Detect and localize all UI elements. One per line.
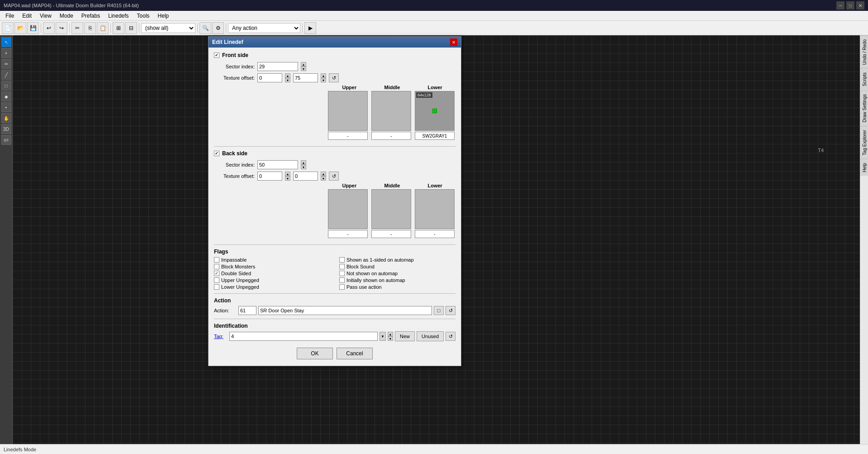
flag-lower-unpegged[interactable]: Lower Unpegged xyxy=(214,284,330,290)
action-dropdown[interactable]: Any action xyxy=(228,23,300,33)
back-offset-y-input[interactable] xyxy=(293,172,318,181)
save-button[interactable]: 💾 xyxy=(27,22,39,34)
tag-dropdown-button[interactable]: ▼ xyxy=(379,332,386,341)
front-sector-down[interactable]: ▼ xyxy=(301,67,306,71)
back-upper-texture-name[interactable] xyxy=(328,230,368,238)
front-middle-texture-name[interactable] xyxy=(371,132,411,140)
menu-tools[interactable]: Tools xyxy=(133,12,153,20)
flag-shown-1sided-checkbox[interactable] xyxy=(339,257,345,263)
tool-line[interactable]: ╱ xyxy=(1,70,11,80)
tag-spin-up[interactable]: ▲ xyxy=(388,332,393,336)
unused-tag-button[interactable]: Unused xyxy=(417,331,444,341)
view-btn[interactable]: 🔍 xyxy=(199,22,211,34)
paste-button[interactable]: 📋 xyxy=(97,22,109,34)
new-button[interactable]: 📄 xyxy=(2,22,14,34)
tool-zoom[interactable]: + xyxy=(1,48,11,58)
undo-button[interactable]: ↩ xyxy=(43,22,55,34)
front-lower-texture-box[interactable]: 64x128 xyxy=(415,91,455,131)
front-offset-reset-button[interactable]: ↺ xyxy=(329,73,339,82)
front-upper-texture-box[interactable] xyxy=(328,91,368,131)
back-lower-texture-name[interactable] xyxy=(415,230,455,238)
flag-block-sound[interactable]: Block Sound xyxy=(339,264,455,269)
grid-button[interactable]: ⊟ xyxy=(125,22,137,34)
front-lower-texture-name[interactable] xyxy=(415,132,455,140)
open-button[interactable]: 📂 xyxy=(14,22,26,34)
flag-not-shown-automap-checkbox[interactable] xyxy=(339,271,345,276)
help-tab[interactable]: Help xyxy=(860,159,868,176)
flag-pass-use[interactable]: Pass use action xyxy=(339,284,455,290)
back-lower-texture-box[interactable] xyxy=(415,189,455,229)
flag-impassable[interactable]: Impassable xyxy=(214,257,330,263)
back-offset-x-up[interactable]: ▲ xyxy=(285,172,290,176)
menu-prefabs[interactable]: Prefabs xyxy=(78,12,104,20)
play-button[interactable]: ▶ xyxy=(304,22,316,34)
front-offset-y-down[interactable]: ▼ xyxy=(321,78,326,82)
filter-dropdown[interactable]: (show all) xyxy=(141,23,195,33)
menu-view[interactable]: View xyxy=(36,12,55,20)
back-sector-down[interactable]: ▼ xyxy=(301,165,306,169)
menu-file[interactable]: File xyxy=(2,12,18,20)
tool-draw[interactable]: ✏ xyxy=(1,59,11,69)
back-offset-y-down[interactable]: ▼ xyxy=(321,176,326,181)
flag-upper-unpegged[interactable]: Upper Unpegged xyxy=(214,277,330,283)
tool-thing[interactable]: ◆ xyxy=(1,91,11,101)
front-offset-x-up[interactable]: ▲ xyxy=(285,73,290,78)
front-upper-texture-name[interactable] xyxy=(328,132,368,140)
back-middle-texture-name[interactable] xyxy=(371,230,411,238)
back-offset-x-down[interactable]: ▼ xyxy=(285,176,290,181)
tool-3d[interactable]: 3D xyxy=(1,124,11,134)
menu-help[interactable]: Help xyxy=(154,12,173,20)
tag-reset-button[interactable]: ↺ xyxy=(446,332,455,341)
front-sector-input[interactable] xyxy=(257,62,298,71)
tag-spin-down[interactable]: ▼ xyxy=(388,336,393,341)
flag-double-sided[interactable]: Double Sided xyxy=(214,271,330,276)
back-upper-texture-box[interactable] xyxy=(328,189,368,229)
tag-input[interactable] xyxy=(229,332,378,341)
undo-redo-tab[interactable]: Undo / Redo xyxy=(860,35,868,68)
close-button[interactable]: ✕ xyxy=(856,1,864,10)
action-browse-button[interactable]: □ xyxy=(434,306,444,315)
menu-edit[interactable]: Edit xyxy=(19,12,35,20)
action-reset-button[interactable]: ↺ xyxy=(446,306,455,315)
flag-lower-unpegged-checkbox[interactable] xyxy=(214,284,219,290)
ok-button[interactable]: OK xyxy=(297,348,333,359)
maximize-button[interactable]: □ xyxy=(846,1,854,10)
flag-block-monsters-checkbox[interactable] xyxy=(214,264,219,269)
back-side-checkbox[interactable] xyxy=(214,151,219,156)
cancel-button[interactable]: Cancel xyxy=(337,348,373,359)
scripts-tab[interactable]: Scripts xyxy=(860,68,868,90)
back-middle-texture-box[interactable] xyxy=(371,189,411,229)
flag-pass-use-checkbox[interactable] xyxy=(339,284,345,290)
tag-explorer-tab[interactable]: Tag Explorer xyxy=(860,126,868,159)
tool-tag[interactable]: 🏷 xyxy=(1,135,11,145)
back-offset-x-input[interactable] xyxy=(257,172,282,181)
redo-button[interactable]: ↪ xyxy=(56,22,67,34)
tag-label[interactable]: Tag: xyxy=(214,334,228,339)
front-offset-x-input[interactable] xyxy=(257,73,282,82)
back-offset-y-up[interactable]: ▲ xyxy=(321,172,326,176)
cut-button[interactable]: ✂ xyxy=(71,22,83,34)
copy-button[interactable]: ⎘ xyxy=(84,22,96,34)
tool-sector[interactable]: □ xyxy=(1,81,11,91)
back-offset-reset-button[interactable]: ↺ xyxy=(329,172,339,181)
back-sector-input[interactable] xyxy=(257,160,298,169)
front-offset-x-down[interactable]: ▼ xyxy=(285,78,290,82)
front-offset-y-up[interactable]: ▲ xyxy=(321,73,326,78)
flag-impassable-checkbox[interactable] xyxy=(214,257,219,263)
flag-block-sound-checkbox[interactable] xyxy=(339,264,345,269)
front-middle-texture-box[interactable] xyxy=(371,91,411,131)
tool-vertex[interactable]: • xyxy=(1,102,11,112)
flag-initially-shown-checkbox[interactable] xyxy=(339,277,345,283)
menu-linedefs[interactable]: Linedefs xyxy=(104,12,132,20)
action-description-input[interactable] xyxy=(258,306,432,315)
back-sector-up[interactable]: ▲ xyxy=(301,160,306,165)
flag-not-shown-automap[interactable]: Not shown on automap xyxy=(339,271,455,276)
flag-initially-shown[interactable]: Initially shown on automap xyxy=(339,277,455,283)
menu-mode[interactable]: Mode xyxy=(56,12,77,20)
action-number-input[interactable] xyxy=(238,306,256,315)
flag-double-sided-checkbox[interactable] xyxy=(214,271,219,276)
tool-pan[interactable]: ✋ xyxy=(1,113,11,123)
mode-btn[interactable]: ⚙ xyxy=(212,22,224,34)
tool-select[interactable]: ↖ xyxy=(1,37,11,47)
flag-block-monsters[interactable]: Block Monsters xyxy=(214,264,330,269)
